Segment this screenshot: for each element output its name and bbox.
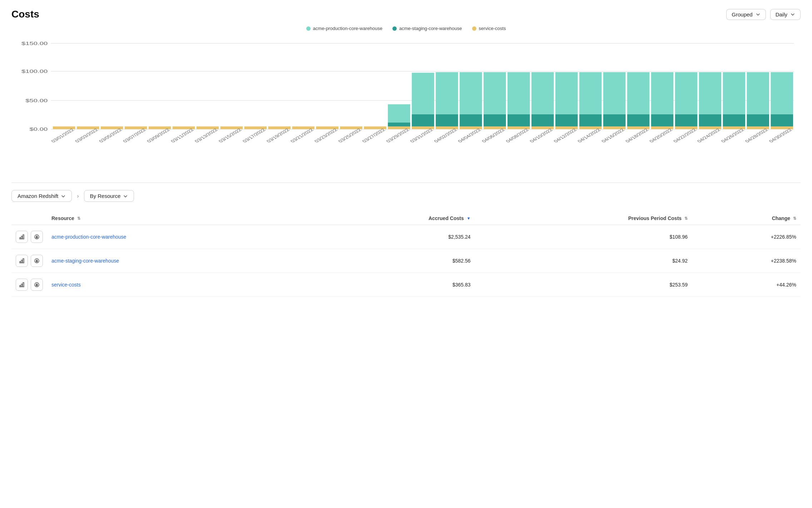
svg-rect-93 [723, 114, 746, 126]
th-resource: Resource ⇅ [47, 212, 313, 225]
svg-text:04/08/2022: 04/08/2022 [505, 128, 530, 143]
svg-text:$150.00: $150.00 [21, 41, 48, 46]
svg-rect-70 [579, 72, 602, 114]
legend-dot-staging [392, 26, 397, 31]
svg-rect-45 [436, 114, 458, 126]
th-accrued: Accrued Costs ▼ [313, 212, 475, 225]
dollar-icon-button[interactable] [31, 255, 43, 267]
svg-rect-86 [675, 72, 698, 114]
svg-text:03/19/2022: 03/19/2022 [265, 128, 291, 143]
svg-text:04/22/2022: 04/22/2022 [672, 128, 697, 143]
row-previous: $253.59 [475, 273, 692, 297]
svg-rect-90 [699, 72, 722, 114]
svg-text:04/26/2022: 04/26/2022 [720, 128, 745, 143]
svg-rect-81 [651, 114, 674, 126]
svg-rect-105 [21, 236, 23, 239]
costs-table: Resource ⇅ Accrued Costs ▼ Previous Peri… [11, 212, 801, 297]
legend-dot-service [472, 26, 476, 31]
svg-text:04/02/2022: 04/02/2022 [433, 128, 458, 143]
chevron-down-icon [123, 194, 128, 199]
svg-text:03/11/2022: 03/11/2022 [169, 128, 195, 143]
svg-text:03/31/2022: 03/31/2022 [409, 128, 434, 143]
svg-rect-58 [508, 72, 530, 114]
svg-rect-102 [771, 72, 793, 114]
svg-rect-82 [651, 72, 674, 114]
svg-rect-50 [460, 72, 482, 114]
svg-text:04/28/2022: 04/28/2022 [744, 128, 769, 143]
svg-text:04/30/2022: 04/30/2022 [768, 128, 793, 143]
svg-rect-109 [21, 260, 23, 263]
legend-item-staging: acme-staging-core-warehouse [392, 26, 462, 31]
svg-rect-112 [20, 285, 21, 287]
group-filter-button[interactable]: By Resource [84, 190, 134, 202]
svg-rect-106 [23, 235, 24, 239]
svg-text:04/06/2022: 04/06/2022 [481, 128, 506, 143]
svg-rect-46 [436, 72, 458, 114]
resource-link[interactable]: acme-production-core-warehouse [51, 234, 126, 240]
svg-text:03/25/2022: 03/25/2022 [337, 128, 362, 143]
chart-icon-button[interactable] [16, 279, 28, 291]
svg-text:04/24/2022: 04/24/2022 [696, 128, 721, 143]
svg-text:03/17/2022: 03/17/2022 [241, 128, 267, 143]
svg-rect-57 [508, 114, 530, 126]
svg-rect-66 [555, 72, 578, 114]
sort-icon-resource[interactable]: ⇅ [77, 216, 80, 221]
dollar-icon-button[interactable] [31, 231, 43, 243]
bar-chart-svg: $150.00 $100.00 $50.00 $0.00 03/01/20220… [11, 35, 801, 171]
row-icons-cell [11, 249, 47, 273]
row-icons-cell [11, 225, 47, 249]
daily-dropdown[interactable]: Daily [770, 9, 801, 20]
svg-rect-113 [21, 284, 23, 287]
filter-bar: Amazon Redshift › By Resource [11, 190, 801, 202]
svg-text:03/09/2022: 03/09/2022 [145, 128, 171, 143]
chevron-down-icon [790, 12, 795, 17]
svg-text:04/14/2022: 04/14/2022 [576, 128, 602, 143]
svg-rect-69 [579, 114, 602, 126]
sort-icon-change[interactable]: ⇅ [793, 216, 796, 221]
chart-icon-button[interactable] [16, 255, 28, 267]
resource-link[interactable]: service-costs [51, 282, 81, 288]
svg-text:03/07/2022: 03/07/2022 [122, 128, 147, 143]
dollar-icon-button[interactable] [31, 279, 43, 291]
svg-rect-77 [627, 114, 650, 126]
table-header: Resource ⇅ Accrued Costs ▼ Previous Peri… [11, 212, 801, 225]
svg-text:$50.00: $50.00 [25, 98, 48, 103]
svg-rect-85 [675, 114, 698, 126]
th-actions [11, 212, 47, 225]
service-filter-button[interactable]: Amazon Redshift [11, 190, 72, 202]
svg-text:03/01/2022: 03/01/2022 [50, 128, 75, 143]
svg-rect-61 [531, 114, 554, 126]
row-previous: $24.92 [475, 249, 692, 273]
grouped-dropdown[interactable]: Grouped [726, 9, 766, 20]
svg-rect-41 [412, 114, 434, 126]
th-change: Change ⇅ [692, 212, 801, 225]
row-resource[interactable]: acme-staging-core-warehouse [47, 249, 313, 273]
svg-rect-114 [23, 283, 24, 287]
filter-separator: › [77, 193, 79, 199]
svg-text:03/27/2022: 03/27/2022 [361, 128, 386, 143]
table-row: acme-staging-core-warehouse$582.56$24.92… [11, 249, 801, 273]
sort-icon-previous[interactable]: ⇅ [684, 216, 688, 221]
row-resource[interactable]: acme-production-core-warehouse [47, 225, 313, 249]
svg-rect-104 [20, 238, 21, 239]
sort-icon-accrued[interactable]: ▼ [467, 216, 471, 220]
resource-link[interactable]: acme-staging-core-warehouse [51, 258, 119, 264]
svg-rect-62 [531, 72, 554, 114]
svg-rect-38 [388, 104, 410, 123]
svg-text:$0.00: $0.00 [30, 127, 48, 132]
table-row: acme-production-core-warehouse$2,535.24$… [11, 225, 801, 249]
svg-rect-78 [627, 72, 650, 114]
row-change: +2226.85% [692, 225, 801, 249]
svg-rect-97 [747, 114, 769, 126]
chart-icon-button[interactable] [16, 231, 28, 243]
header-controls: Grouped Daily [726, 9, 801, 20]
row-resource[interactable]: service-costs [47, 273, 313, 297]
row-previous: $108.96 [475, 225, 692, 249]
svg-text:$100.00: $100.00 [21, 69, 48, 74]
row-change: +44.26% [692, 273, 801, 297]
svg-text:04/20/2022: 04/20/2022 [648, 128, 673, 143]
table-body: acme-production-core-warehouse$2,535.24$… [11, 225, 801, 297]
table-row: service-costs$365.83$253.59+44.26% [11, 273, 801, 297]
svg-rect-94 [723, 72, 746, 114]
svg-text:04/12/2022: 04/12/2022 [553, 128, 578, 143]
